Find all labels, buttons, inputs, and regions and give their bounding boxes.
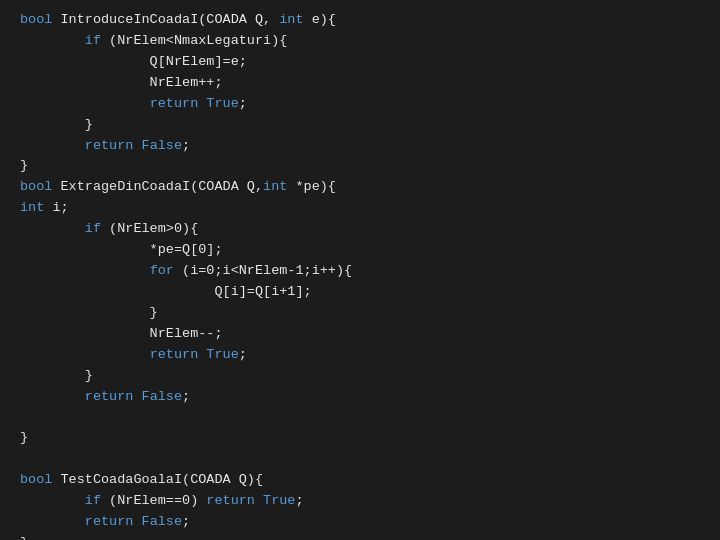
slide: bool IntroduceInCoadaI(COADA Q, int e){ … xyxy=(0,0,720,540)
code-block: bool IntroduceInCoadaI(COADA Q, int e){ … xyxy=(0,0,720,540)
